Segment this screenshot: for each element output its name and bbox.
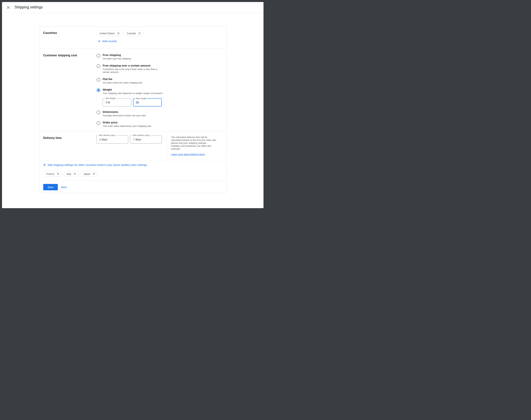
option-title: Order price (103, 121, 151, 124)
other-countries-chip-row: France Italy (43, 171, 227, 177)
min-delivery-days-value: 2 days (99, 135, 107, 143)
radio-free-shipping[interactable] (97, 54, 100, 58)
radio-weight[interactable] (97, 89, 100, 92)
remove-country-icon[interactable] (138, 32, 141, 34)
min-delivery-days-field[interactable]: Min delivery days 2 days (96, 135, 128, 144)
chip-label: Italy (67, 172, 71, 175)
max-weight-field[interactable]: Max weight lb (133, 98, 162, 106)
delivery-info-text: placed and your shipping settings. (171, 142, 219, 145)
page-title: Shipping settings (15, 5, 43, 9)
chip-label: United States (99, 32, 115, 35)
plus-icon (43, 164, 46, 166)
option-description: All orders get free shipping (103, 57, 131, 60)
option-order-price: Order price The order value determines y… (96, 121, 163, 128)
option-flat-fee: Flat fee All orders have the same shippi… (96, 77, 163, 84)
weight-fields-row: Min weight 0 lb Max weight lb (103, 98, 163, 106)
option-free-shipping-over-amount: Free shipping over a certain amount Cust… (96, 64, 163, 74)
countries-chip-row: United States Canada (96, 30, 143, 36)
delivery-info-text: Holidays and weekends can affect this (171, 145, 219, 148)
max-weight-value: lb (136, 99, 139, 106)
option-title: Dimensions (103, 110, 146, 114)
country-chip-united-states[interactable]: United States (96, 30, 122, 36)
close-icon[interactable] (7, 6, 10, 9)
option-title: Free shipping (103, 53, 131, 57)
radio-free-shipping-over-amount[interactable] (97, 64, 100, 68)
min-weight-value: 0 lb (106, 98, 110, 106)
countries-label: Countries (43, 30, 96, 35)
chip-label: France (46, 172, 54, 175)
learn-more-link[interactable]: Learn more about delivery times (171, 153, 205, 156)
plus-icon (98, 40, 101, 43)
option-description: Customers pay a fee only if their order … (103, 68, 157, 74)
other-countries-section: Add shipping settings for other countrie… (40, 160, 227, 181)
text-cursor (136, 101, 137, 104)
option-title: Free shipping over a certain amount (103, 64, 157, 67)
shipping-cost-section: Customer shipping cost Free shipping All… (40, 48, 227, 131)
max-delivery-days-value: 7 days (133, 135, 141, 143)
country-chip-canada[interactable]: Canada (124, 30, 143, 36)
add-shipping-settings-button[interactable]: Add shipping settings for other countrie… (43, 163, 147, 166)
shipping-cost-label: Customer shipping cost (43, 53, 96, 57)
option-title: Flat fee (103, 77, 142, 81)
delivery-time-section: Delivery time Min delivery days 2 days M… (40, 131, 227, 160)
country-chip-italy[interactable]: Italy (63, 171, 79, 177)
radio-flat-fee[interactable] (97, 78, 100, 81)
option-description: Your shipping rate depends on weight ran… (103, 92, 163, 95)
delivery-info-panel: The estimated delivery time will be calc… (166, 135, 219, 160)
delivery-info-text: The estimated delivery time will be (171, 136, 219, 139)
shipping-cost-options: Free shipping All orders get free shippi… (96, 53, 163, 131)
add-shipping-settings-label: Add shipping settings for other countrie… (48, 163, 147, 166)
add-country-label: Add country (102, 40, 117, 43)
shipping-settings-dialog: Shipping settings Countries United State… (2, 2, 263, 208)
radio-order-price[interactable] (97, 121, 100, 125)
remove-country-icon[interactable] (117, 32, 120, 34)
countries-section: Countries United States Canada (40, 27, 227, 48)
chip-label: Canada (127, 32, 136, 35)
save-button[interactable]: Save (43, 184, 58, 190)
delivery-info-text: calculated based on the time the order w… (171, 139, 219, 142)
remove-country-icon[interactable] (57, 173, 59, 175)
delivery-time-label: Delivery time (43, 135, 96, 140)
option-description: All orders have the same shipping fee (103, 81, 142, 84)
shipping-settings-card: Countries United States Canada (39, 26, 227, 193)
min-weight-field[interactable]: Min weight 0 lb (103, 98, 131, 106)
option-description: Package dimensions factor into your rate (103, 114, 146, 117)
option-title: Weight (103, 88, 163, 91)
add-country-button[interactable]: Add country (98, 40, 117, 43)
option-dimensions: Dimensions Package dimensions factor int… (96, 110, 163, 117)
delivery-info-text: estimate. (171, 148, 219, 150)
radio-dimensions[interactable] (97, 111, 100, 114)
chip-label: Japan (83, 172, 90, 175)
back-link[interactable]: Back (61, 186, 67, 189)
remove-country-icon[interactable] (93, 173, 95, 175)
dialog-header: Shipping settings (2, 2, 263, 13)
option-weight: Weight Your shipping rate depends on wei… (96, 88, 163, 106)
card-footer: Save Back (40, 181, 227, 193)
max-delivery-days-field[interactable]: Max delivery days 7 days (130, 135, 162, 144)
country-chip-france[interactable]: France (43, 171, 62, 177)
option-description: The order value determines your shipping… (103, 125, 151, 128)
country-chip-japan[interactable]: Japan (80, 171, 98, 177)
remove-country-icon[interactable] (74, 173, 76, 175)
delivery-fields-row: Min delivery days 2 days Max delivery da… (96, 135, 162, 160)
option-free-shipping: Free shipping All orders get free shippi… (96, 53, 163, 60)
